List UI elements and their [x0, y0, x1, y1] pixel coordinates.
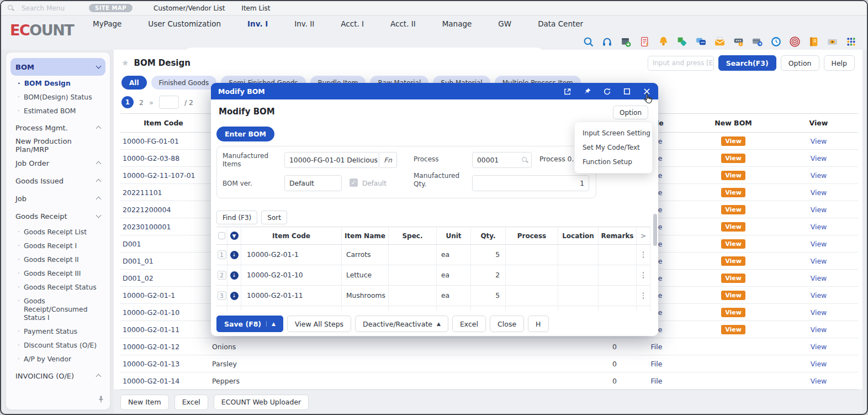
- nav-mypage[interactable]: MyPage: [80, 19, 135, 28]
- view-link[interactable]: View: [777, 223, 860, 231]
- new-bom-view-badge[interactable]: View: [721, 205, 745, 214]
- new-bom-view-badge[interactable]: View: [721, 308, 745, 317]
- new-bom-view-badge[interactable]: View: [721, 222, 745, 232]
- modal-pin-icon[interactable]: [583, 87, 591, 96]
- component-qty-cell[interactable]: 5: [471, 286, 506, 306]
- item-code-link[interactable]: D001_02: [120, 274, 207, 282]
- view-link[interactable]: View: [777, 360, 860, 368]
- component-name-cell[interactable]: Carrots: [342, 245, 389, 265]
- clock-icon[interactable]: [770, 36, 782, 48]
- bom-ver-input[interactable]: Default: [284, 175, 342, 191]
- row-expand-icon[interactable]: ↓: [230, 251, 239, 259]
- component-unit-cell[interactable]: ea: [437, 265, 471, 285]
- tab-finished-goods[interactable]: Finished Goods: [151, 76, 217, 90]
- item-code-link[interactable]: 10000-G2-11-107-01: [120, 171, 207, 180]
- search-button[interactable]: Search(F3): [718, 55, 776, 71]
- item-code-link[interactable]: 10000-G2-01-10: [120, 308, 207, 317]
- nav-gw[interactable]: GW: [485, 19, 525, 28]
- sidebar-item-discount-status-o-e[interactable]: ·Discount Status (O/E): [10, 339, 105, 353]
- component-location-cell[interactable]: [558, 265, 599, 285]
- new-bom-view-badge[interactable]: View: [721, 136, 745, 146]
- component-code-cell[interactable]: 10000-G2-01-1: [241, 245, 342, 265]
- view-link[interactable]: View: [777, 206, 860, 214]
- component-spec-cell[interactable]: [389, 245, 437, 265]
- component-remarks-cell[interactable]: [599, 265, 637, 285]
- component-unit-cell[interactable]: ea: [437, 245, 471, 265]
- component-spec-cell[interactable]: [389, 286, 437, 306]
- sidebar-section-process-mgmt[interactable]: Process Mgmt.: [10, 119, 105, 136]
- auth-key-icon[interactable]: [733, 36, 744, 48]
- enter-bom-button[interactable]: Enter BOM: [216, 127, 274, 141]
- new-bom-view-badge[interactable]: View: [721, 291, 745, 300]
- item-code-link[interactable]: 10000-G2-01-1: [120, 291, 207, 300]
- sidebar-section-invoicing-o-e[interactable]: INVOICING (O/E): [10, 367, 105, 384]
- view-link[interactable]: View: [777, 137, 860, 145]
- page-1-button[interactable]: 1: [121, 96, 134, 108]
- cash-view-icon[interactable]: [827, 36, 838, 48]
- chat-icon[interactable]: [695, 36, 707, 48]
- component-qty-cell[interactable]: 5: [471, 245, 506, 265]
- manufactured-items-input[interactable]: 10000-FG-01-01 Delicious Sala: [284, 152, 379, 168]
- help-button[interactable]: Help: [824, 55, 855, 71]
- component-name-cell[interactable]: Lettuce: [342, 265, 389, 285]
- item-code-link[interactable]: D001: [120, 240, 207, 248]
- new-item-button[interactable]: New Item: [120, 395, 169, 410]
- item-code-link[interactable]: 10000-G2-01-14: [120, 377, 207, 385]
- item-code-link[interactable]: 10000-G2-01-11: [120, 325, 207, 334]
- manufactured-qty-input[interactable]: 1: [472, 175, 589, 191]
- view-link[interactable]: View: [777, 325, 860, 334]
- deactive-reactivate-button[interactable]: Deactive/Reactivate▲: [355, 316, 448, 332]
- utility-link-item-list[interactable]: Item List: [241, 4, 270, 12]
- site-map-badge[interactable]: SITE MAP: [89, 4, 133, 12]
- modal-titlebar[interactable]: Modify BOM: [211, 83, 658, 99]
- view-link[interactable]: View: [777, 274, 860, 282]
- sidebar-item-estimated-bom[interactable]: ·Estimated BOM: [10, 104, 105, 118]
- component-process-cell[interactable]: [506, 286, 558, 306]
- sidebar-item-goods-receipt-list[interactable]: ·Goods Receipt List: [10, 225, 105, 239]
- sort-button[interactable]: Sort: [261, 211, 287, 224]
- item-code-link[interactable]: D001_01: [120, 257, 207, 265]
- nav-data-center[interactable]: Data Center: [525, 19, 596, 28]
- address-book-icon[interactable]: [808, 36, 819, 48]
- menu-item-input-screen-setting[interactable]: Input Screen Setting: [575, 126, 652, 140]
- headset-icon[interactable]: [601, 36, 613, 48]
- sidebar-item-goods-receipt-status[interactable]: ·Goods Receipt Status: [10, 281, 105, 295]
- view-link[interactable]: View: [777, 154, 860, 162]
- file-link[interactable]: File: [623, 360, 690, 368]
- excel-button[interactable]: Excel: [452, 316, 486, 332]
- close-button[interactable]: Close: [490, 316, 524, 332]
- view-link[interactable]: View: [777, 343, 860, 351]
- sidebar-item-goods-receipt-ii[interactable]: ·Goods Receipt II: [10, 253, 105, 267]
- new-bom-view-badge[interactable]: View: [721, 171, 745, 180]
- item-code-link[interactable]: 10000-FG-01-01: [120, 137, 207, 145]
- nav-acct-i[interactable]: Acct. I: [327, 19, 377, 28]
- menu-search-input[interactable]: Search Menu: [22, 4, 81, 12]
- component-process-cell[interactable]: [506, 265, 558, 285]
- view-link[interactable]: View: [777, 240, 860, 248]
- sidebar-item-payment-status[interactable]: ·Payment Status: [10, 325, 105, 339]
- new-bom-view-badge[interactable]: View: [721, 256, 745, 266]
- process-search-icon[interactable]: [522, 157, 528, 163]
- sidebar-section-job-order[interactable]: Job Order: [10, 155, 105, 171]
- tab-all[interactable]: All: [121, 76, 147, 90]
- view-link[interactable]: View: [777, 308, 860, 317]
- sidebar-section-goods-receipt[interactable]: Goods Receipt: [10, 208, 105, 224]
- process-input[interactable]: 00001: [472, 152, 532, 168]
- component-unit-cell[interactable]: ea: [437, 286, 471, 306]
- item-code-link[interactable]: 10000-G2-03-88: [120, 154, 207, 162]
- nav-user-customization[interactable]: User Customization: [135, 19, 234, 28]
- row-menu-dots-icon[interactable]: [643, 272, 644, 279]
- page-2-button[interactable]: 2: [139, 98, 144, 107]
- item-code-link[interactable]: 202211101: [120, 188, 207, 197]
- row-menu-dots-icon[interactable]: [643, 292, 644, 299]
- sidebar-item-bom-design-status[interactable]: ·BOM(Design) Status: [10, 91, 105, 104]
- new-bom-view-badge[interactable]: View: [721, 239, 745, 249]
- component-remarks-cell[interactable]: [599, 245, 637, 265]
- page-jump-input[interactable]: [159, 96, 179, 109]
- pin-icon[interactable]: [97, 395, 104, 405]
- sidebar-item-goods-receipt-i[interactable]: ·Goods Receipt I: [10, 239, 105, 253]
- h-button[interactable]: H: [528, 316, 548, 332]
- item-code-link[interactable]: 20221200004: [120, 206, 207, 214]
- search-icon[interactable]: [583, 36, 594, 48]
- nav-acct-ii[interactable]: Acct. II: [377, 19, 429, 28]
